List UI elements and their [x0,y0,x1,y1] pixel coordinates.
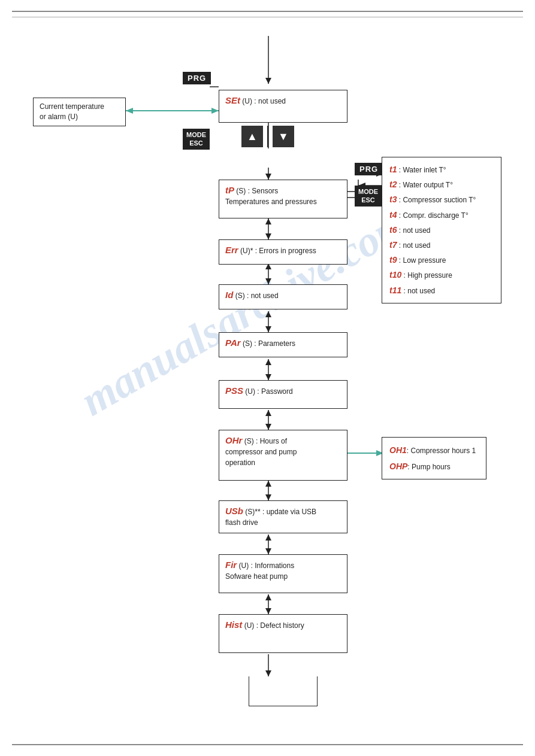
svg-marker-18 [265,424,271,430]
err-label-red: Err [225,245,238,255]
id-label-red: Id [225,290,233,300]
tp-right-panel: t1 : Water inlet T° t2 : Water output T°… [382,157,501,303]
left-temperature-box: Current temperature or alarm (U) [33,98,126,126]
svg-marker-34 [126,108,133,114]
ohr-right-panel: OH1: Compressor hours 1 OHP: Pump hours [382,437,486,479]
pss-label-red: PSS [225,385,243,396]
svg-marker-24 [265,548,271,554]
tp-box: tP (S) : SensorsTemperatures and pressur… [219,180,347,218]
svg-marker-13 [265,311,271,317]
fir-label-red: Fir [225,560,237,570]
tp-label-red: tP [225,185,234,195]
svg-marker-19 [265,410,271,416]
hist-label-red: Hist [225,620,242,630]
svg-marker-28 [265,594,271,600]
prg-badge-tp: PRG [355,163,383,175]
tp-panel-t6: t6 : not used [389,223,494,238]
arrow-up-btn[interactable]: ▲ [241,126,263,147]
par-label-black: (S) : Parameters [241,339,295,348]
tp-panel-t11: t11 : not used [389,283,494,298]
svg-marker-25 [265,535,271,541]
set-label-red: SEt [225,95,240,105]
hist-box: Hist (U) : Defect history [219,614,347,653]
nav-arrows: ▲ ▼ [240,126,296,147]
tp-label-black: (S) : SensorsTemperatures and pressures [225,187,317,206]
svg-marker-9 [265,278,271,284]
par-box: PAr (S) : Parameters [219,332,347,357]
mode-esc-badge-top: MODE ESC [183,129,210,150]
err-box: Err (U)* : Errors in progress [219,239,347,265]
svg-marker-7 [265,218,271,224]
usb-label-red: USb [225,506,243,516]
id-box: Id (S) : not used [219,284,347,309]
svg-marker-30 [265,670,271,676]
arrow-divider [267,126,268,147]
bottom-continuation [249,676,318,706]
svg-marker-16 [265,359,271,365]
pss-label-black: (U) : Password [243,387,293,396]
svg-marker-33 [211,108,219,114]
svg-marker-15 [265,374,271,380]
page-border-bottom [12,744,523,745]
svg-marker-21 [265,494,271,500]
svg-marker-4 [265,174,271,180]
id-label-black: (S) : not used [233,292,278,300]
pss-box: PSS (U) : Password [219,380,347,409]
mode-esc-badge-tp: MODE ESC [355,186,382,207]
svg-marker-12 [265,326,271,332]
ohr-label-red: OHr [225,435,242,445]
tp-panel-t2: t2 : Water output T° [389,177,494,192]
tp-panel-t10: t10 : High pressure [389,268,494,283]
hist-label-black: (U) : Defect history [242,621,304,630]
tp-panel-t9: t9 : Low pressure [389,253,494,268]
err-label-black: (U)* : Errors in progress [238,247,316,255]
tp-panel-t1: t1 : Water inlet T° [389,162,494,177]
tp-panel-t4: t4 : Compr. discharge T° [389,208,494,223]
par-label-red: PAr [225,338,241,348]
set-box: SEt (U) : not used [219,90,347,123]
ohr-box: OHr (S) : Hours ofcompressor and pumpope… [219,430,347,481]
svg-marker-1 [265,78,271,84]
left-box-line2: or alarm (U) [40,113,78,121]
set-label-black: (U) : not used [240,97,286,105]
usb-box: USb (S)** : update via USBflash drive [219,500,347,533]
ohr-ohp: OHP: Pump hours [389,459,479,475]
tp-panel-t3: t3 : Compressor suction T° [389,192,494,207]
svg-marker-22 [265,481,271,487]
svg-marker-6 [265,233,271,239]
svg-marker-27 [265,608,271,614]
tp-panel-t7: t7 : not used [389,238,494,253]
prg-badge-top: PRG [183,72,211,84]
arrow-down-btn[interactable]: ▼ [273,126,294,147]
left-box-line1: Current temperature [40,102,104,111]
page-border-top [12,11,523,12]
ohr-oh1: OH1: Compressor hours 1 [389,442,479,459]
page-border-top2 [12,17,523,17]
fir-box: Fir (U) : InformationsSofware heat pump [219,554,347,593]
